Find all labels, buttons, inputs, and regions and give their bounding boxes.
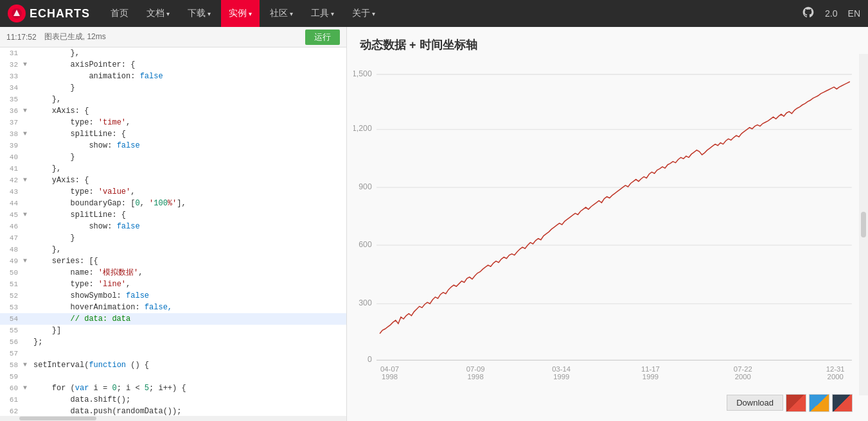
code-line: 33 animation: false [0,71,346,82]
timestamp: 11:17:52 [6,33,37,42]
line-content: name: '模拟数据', [32,267,346,279]
logo-icon [8,4,26,22]
line-number: 39 [0,140,23,151]
code-panel: 11:17:52 图表已生成, 12ms 运行 31 },32▼ axisPoi… [0,27,347,421]
line-content: setInterval(function () { [32,359,346,371]
line-content: for (var i = 0; i < 5; i++) { [32,382,346,394]
line-number: 45 [0,209,23,221]
chart-title: 动态数据 + 时间坐标轴 [353,37,855,53]
logo-text: ECHARTS [30,7,90,21]
chevron-down-icon: ▾ [166,10,170,17]
nav-docs[interactable]: 文档 ▾ [139,0,177,27]
line-content: type: 'value', [32,186,346,198]
chevron-down-icon: ▾ [290,10,293,17]
line-content: } [32,82,346,94]
nav-community[interactable]: 社区 ▾ [262,0,301,27]
code-editor[interactable]: 31 },32▼ axisPointer: {33 animation: fal… [0,47,346,416]
line-content: boundaryGap: [0, '100%'], [32,198,346,209]
chevron-down-icon: ▾ [208,10,211,17]
line-number: 35 [0,94,23,105]
line-content: }; [32,336,346,348]
code-line: 48 }, [0,244,346,255]
fold-arrow[interactable]: ▼ [23,209,32,221]
fold-arrow[interactable]: ▼ [23,128,32,140]
lang-toggle[interactable]: EN [848,8,860,19]
svg-text:2000: 2000 [735,373,751,381]
run-button[interactable]: 运行 [305,30,340,45]
vertical-scrollbar[interactable] [859,54,868,395]
line-number: 31 [0,47,23,59]
github-icon[interactable] [802,6,815,22]
download-button[interactable]: Download [727,395,783,411]
line-number: 46 [0,221,23,232]
svg-text:12-31: 12-31 [826,365,845,373]
line-content: }, [32,94,346,105]
code-line: 49▼ series: [{ [0,255,346,267]
line-number: 56 [0,336,23,348]
scrollbar-thumb [19,417,96,420]
line-number: 54 [0,313,23,325]
code-line: 38▼ splitLine: { [0,128,346,140]
chart-bottom-bar: Download [353,390,855,416]
line-content: data.push(randomData()); [32,406,346,416]
fold-arrow[interactable]: ▼ [23,175,32,186]
code-line: 50 name: '模拟数据', [0,267,346,279]
code-line: 31 }, [0,47,346,59]
svg-text:600: 600 [359,240,372,249]
svg-text:0: 0 [368,355,372,364]
code-line: 45▼ splitLine: { [0,209,346,221]
fold-arrow[interactable]: ▼ [23,59,32,71]
chevron-down-icon: ▾ [331,10,334,17]
code-line: 47 } [0,232,346,244]
line-content: }, [32,163,346,175]
line-content: series: [{ [32,255,346,267]
theme-blue-button[interactable] [809,394,829,412]
code-line: 60▼ for (var i = 0; i < 5; i++) { [0,382,346,394]
line-number: 48 [0,244,23,255]
main-container: 11:17:52 图表已生成, 12ms 运行 31 },32▼ axisPoi… [0,27,868,421]
line-number: 34 [0,82,23,94]
fold-arrow[interactable]: ▼ [23,359,32,371]
nav-home[interactable]: 首页 [103,0,136,27]
line-number: 33 [0,71,23,82]
code-line: 56}; [0,336,346,348]
nav-tools[interactable]: 工具 ▾ [303,0,342,27]
line-content: }, [32,47,346,59]
line-number: 61 [0,394,23,406]
fold-arrow[interactable]: ▼ [23,105,32,117]
scrollbar-thumb [861,212,866,237]
svg-text:07-09: 07-09 [466,365,485,373]
line-content: }, [32,244,346,255]
theme-red-button[interactable] [786,394,806,412]
line-content: axisPointer: { [32,59,346,71]
logo[interactable]: ECHARTS [8,4,90,22]
line-content: show: false [32,221,346,232]
chart-svg: 1,500 1,200 900 600 300 0 04-07 1998 07-… [353,58,855,390]
horizontal-scrollbar[interactable] [0,416,346,421]
line-number: 47 [0,232,23,244]
line-content: splitLine: { [32,209,346,221]
code-line: 58▼setInterval(function () { [0,359,346,371]
fold-arrow[interactable]: ▼ [23,382,32,394]
svg-text:300: 300 [359,298,372,307]
line-content: type: 'time', [32,117,346,128]
code-line: 46 show: false [0,221,346,232]
nav-about[interactable]: 关于 ▾ [344,0,383,27]
nav-examples[interactable]: 实例 ▾ [221,0,260,27]
line-number: 59 [0,371,23,382]
svg-text:1998: 1998 [382,373,398,381]
line-number: 62 [0,406,23,416]
version-label: 2.0 [825,8,837,19]
line-number: 60 [0,382,23,394]
theme-dark-button[interactable] [832,394,853,412]
svg-text:1999: 1999 [642,373,659,381]
line-number: 42 [0,175,23,186]
svg-text:1999: 1999 [553,373,569,381]
line-number: 49 [0,255,23,267]
line-content: hoverAnimation: false, [32,302,346,313]
line-number: 53 [0,302,23,313]
code-line: 54 // data: data [0,313,346,325]
fold-arrow[interactable]: ▼ [23,255,32,267]
code-line: 32▼ axisPointer: { [0,59,346,71]
nav-download[interactable]: 下载 ▾ [180,0,218,27]
